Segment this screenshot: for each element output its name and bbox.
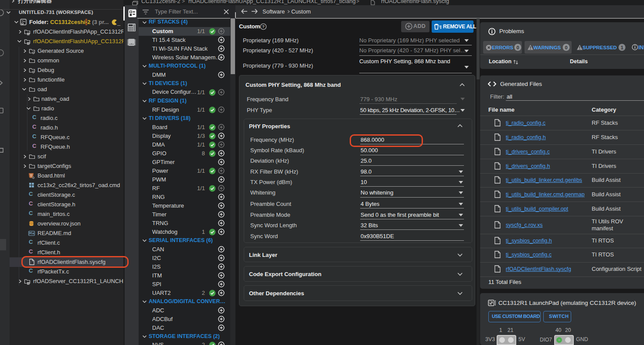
svg-text:0: 0 <box>565 45 567 50</box>
svg-text:?: ? <box>262 24 265 29</box>
svg-text:0: 0 <box>516 45 519 50</box>
svg-text:1: 1 <box>620 45 623 50</box>
